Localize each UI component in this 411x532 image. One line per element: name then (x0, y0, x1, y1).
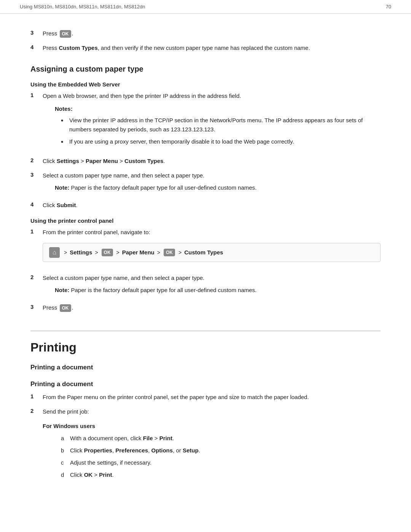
ews-step-2-click: Click (43, 158, 57, 164)
header-bar: Using MS810n, MS810dn, MS811n, MS811dn, … (0, 0, 411, 14)
bullet-1: • (61, 116, 67, 126)
step-4-num: 4 (30, 43, 43, 50)
step-3-num: 3 (30, 29, 43, 36)
letter-d-before: Click (70, 471, 84, 478)
notes-item-1: • View the printer IP address in the TCP… (55, 116, 381, 134)
ok-button-nav-1[interactable]: OK (102, 249, 113, 257)
notes-text-1: View the printer IP address in the TCP/I… (69, 116, 381, 134)
ews-step-3-content: Select a custom paper type name, and the… (43, 171, 381, 195)
for-windows-label: For Windows users (43, 422, 381, 431)
letter-b-bold3: Options (151, 447, 173, 454)
letter-b: b (61, 446, 70, 455)
ews-step-2-customtypes: Custom Types (124, 158, 163, 164)
print-step-1: 1 From the Paper menu on the printer con… (30, 393, 381, 402)
letter-item-a: a With a document open, click File > Pri… (61, 434, 381, 443)
panel-step-2: 2 Select a custom paper type name, and t… (30, 273, 381, 298)
ok-button-nav-2[interactable]: OK (164, 249, 175, 257)
letter-c-content: Adjust the settings, if necessary. (70, 458, 151, 467)
nav-arrow-1: > (64, 248, 67, 257)
ews-step-3-num: 3 (30, 171, 43, 178)
letter-b-content: Click Properties, Preferences, Options, … (70, 446, 200, 455)
letter-b-bold4: Setup (183, 447, 199, 454)
panel-step-1: 1 From the printer control panel, naviga… (30, 228, 381, 268)
nav-settings: Settings (70, 248, 92, 257)
h3-printing-doc: Printing a document (30, 380, 381, 388)
notes-label: Notes: (55, 104, 381, 113)
subsection-ews-title: Using the Embedded Web Server (30, 81, 381, 88)
print-step-1-content: From the Paper menu on the printer contr… (43, 393, 381, 402)
section-assigning-title: Assigning a custom paper type (30, 65, 381, 73)
letter-a-content: With a document open, click File > Print… (70, 434, 174, 443)
letter-b-sep1: , (112, 447, 115, 454)
letter-d: d (61, 470, 70, 479)
letter-item-c: c Adjust the settings, if necessary. (61, 458, 381, 467)
ews-step-1-content: Open a Web browser, and then type the pr… (43, 91, 381, 151)
letter-a-arrow: > (153, 435, 159, 441)
letter-c: c (61, 458, 70, 467)
panel-step-2-num: 2 (30, 273, 43, 280)
panel-step-3-content: Press OK. (43, 303, 381, 312)
ews-step-3: 3 Select a custom paper type name, and t… (30, 171, 381, 195)
notes-item-2: • If you are using a proxy server, then … (55, 137, 381, 147)
letter-b-end: . (199, 447, 200, 454)
ews-step-1-text: Open a Web browser, and then type the pr… (43, 93, 241, 99)
ews-step-4-end: . (76, 202, 78, 208)
ok-button-1[interactable]: OK (60, 30, 71, 38)
letter-d-bold1: OK (84, 471, 93, 478)
ok-button-3[interactable]: OK (60, 304, 71, 312)
ews-step-2-num: 2 (30, 157, 43, 163)
letter-item-b: b Click Properties, Preferences, Options… (61, 446, 381, 455)
ews-step-4-click: Click (43, 202, 57, 208)
nav-arrow-5: > (178, 248, 182, 257)
letter-d-arrow: > (92, 471, 99, 478)
step-4: 4 Press Custom Types, and then verify if… (30, 43, 381, 53)
h2-printing-doc: Printing a document (30, 364, 381, 371)
ews-step-4-submit: Submit (57, 202, 76, 208)
letter-a-bold2: Print (159, 435, 172, 441)
letter-d-end: . (112, 471, 113, 478)
step-4-after: , and then verify if the new custom pape… (98, 45, 310, 51)
letter-b-sep3: , or (173, 447, 183, 454)
major-title-printing: Printing (30, 340, 381, 355)
letter-a-end: . (172, 435, 174, 441)
ews-step-1-num: 1 (30, 91, 43, 98)
panel-step-2-text: Select a custom paper type name, and the… (43, 275, 204, 281)
print-step-1-num: 1 (30, 393, 43, 399)
print-step-2: 2 Send the print job: For Windows users … (30, 407, 381, 482)
notes-text-2: If you are using a proxy server, then te… (69, 137, 294, 146)
letter-a: a (61, 434, 70, 443)
nav-path: > Settings > OK > Paper Menu > OK > Cust… (43, 243, 381, 262)
panel-step-1-text: From the printer control panel, navigate… (43, 229, 150, 235)
home-icon (49, 247, 60, 258)
print-step-2-text: Send the print job: (43, 408, 89, 415)
header-page-num: 70 (386, 4, 391, 10)
ews-step-4-content: Click Submit. (43, 201, 381, 210)
ews-step-2-arrow2: > (118, 158, 124, 164)
ews-step-1: 1 Open a Web browser, and then type the … (30, 91, 381, 151)
nav-arrow-4: > (157, 248, 160, 257)
subsection-panel-title: Using the printer control panel (30, 217, 381, 224)
ews-step-3-text: Select a custom paper type name, and the… (43, 172, 204, 179)
panel-step-1-num: 1 (30, 228, 43, 235)
letter-b-bold2: Preferences (115, 447, 148, 454)
step-4-content: Press Custom Types, and then verify if t… (43, 43, 381, 53)
nav-arrow-3: > (116, 248, 119, 257)
ews-step-2-papermenu: Paper Menu (86, 158, 118, 164)
letter-a-bold1: File (143, 435, 153, 441)
nav-arrow-2: > (95, 248, 98, 257)
panel-note-2-bold: Note: (55, 287, 69, 293)
nav-custom-types: Custom Types (184, 248, 223, 257)
print-step-2-content: Send the print job: For Windows users a … (43, 407, 381, 482)
step-3-press-ok: 3 Press OK. (30, 29, 381, 38)
ews-step-4: 4 Click Submit. (30, 201, 381, 210)
ews-note-3-text: Paper is the factory default paper type … (69, 184, 256, 191)
major-section-printing: Printing Printing a document Printing a … (30, 331, 381, 482)
panel-step-2-content: Select a custom paper type name, and the… (43, 273, 381, 298)
nav-paper-menu: Paper Menu (122, 248, 155, 257)
ews-step-4-num: 4 (30, 201, 43, 208)
header-title: Using MS810n, MS810dn, MS811n, MS811dn, … (20, 4, 145, 10)
letter-a-before: With a document open, click (70, 435, 143, 441)
ews-step-2-settings: Settings (57, 158, 79, 164)
ews-note-3: Note: Paper is the factory default paper… (55, 183, 381, 192)
content: 3 Press OK. 4 Press Custom Types, and th… (0, 14, 411, 511)
